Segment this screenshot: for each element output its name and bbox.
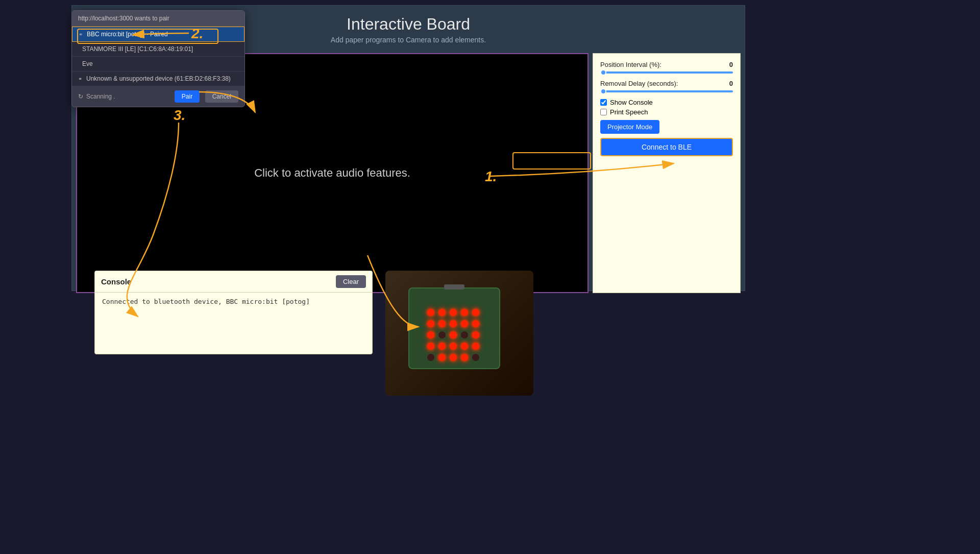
led-4-0 xyxy=(427,354,434,361)
dialog-buttons: Pair Cancel xyxy=(175,90,238,103)
scanning-text: Scanning . xyxy=(86,93,115,100)
led-3-1 xyxy=(438,343,446,350)
removal-delay-row: Removal Delay (seconds): 0 xyxy=(600,80,733,87)
led-1-3 xyxy=(461,320,468,327)
scanning-spinner-icon: ↻ xyxy=(78,93,83,100)
led-2-1 xyxy=(438,331,446,339)
show-console-row: Show Console xyxy=(600,99,733,106)
cancel-button[interactable]: Cancel xyxy=(205,90,238,103)
led-0-2 xyxy=(450,309,457,316)
led-1-1 xyxy=(438,320,446,327)
console-content: Connected to bluetooth device, BBC micro… xyxy=(95,293,372,354)
ble-device-name: Unknown & unsupported device (61:EB:D2:6… xyxy=(86,75,231,82)
led-4-4 xyxy=(472,354,479,361)
led-3-3 xyxy=(461,343,468,350)
led-0-0 xyxy=(427,309,434,316)
removal-delay-value: 0 xyxy=(729,80,733,87)
microbit-image xyxy=(385,271,533,396)
led-1-4 xyxy=(472,320,479,327)
console-panel: Console Clear Connected to bluetooth dev… xyxy=(94,271,373,354)
console-message: Connected to bluetooth device, BBC micro… xyxy=(102,298,365,305)
led-0-1 xyxy=(438,309,446,316)
show-console-label: Show Console xyxy=(610,99,653,106)
camera-prompt-text: Click to activate audio features. xyxy=(254,166,410,180)
ble-device-list: ⚭ BBC micro:bit [potog] - Paired STANMOR… xyxy=(72,27,244,86)
ble-dialog-header: http://localhost:3000 wants to pair xyxy=(72,11,244,27)
projector-mode-button[interactable]: Projector Mode xyxy=(600,120,659,134)
led-0-3 xyxy=(461,309,468,316)
console-title: Console xyxy=(101,277,131,286)
bluetooth-icon: ⚭ xyxy=(78,76,82,82)
led-0-4 xyxy=(472,309,479,316)
position-interval-thumb xyxy=(600,69,606,76)
ble-device-item[interactable]: STANMORE III [LE] [C1:C6:8A:48:19:01] xyxy=(72,42,244,57)
ble-device-item[interactable]: ⚭ Unknown & unsupported device (61:EB:D2… xyxy=(72,71,244,86)
ble-device-item[interactable]: ⚭ BBC micro:bit [potog] - Paired xyxy=(72,27,244,42)
print-speech-label: Print Speech xyxy=(610,108,648,116)
print-speech-row: Print Speech xyxy=(600,108,733,116)
led-4-3 xyxy=(461,354,468,361)
led-3-2 xyxy=(450,343,457,350)
led-2-3 xyxy=(461,331,468,339)
microbit-board xyxy=(408,287,510,379)
ble-device-name: STANMORE III [LE] [C1:C6:8A:48:19:01] xyxy=(82,45,193,53)
led-1-0 xyxy=(427,320,434,327)
ble-dialog-footer: ↻ Scanning . Pair Cancel xyxy=(72,86,244,107)
led-2-0 xyxy=(427,331,434,339)
ble-device-name: BBC micro:bit [potog] - Paired xyxy=(87,31,168,38)
position-interval-label: Position Interval (%): xyxy=(600,61,729,68)
console-header: Console Clear xyxy=(95,271,372,293)
led-display xyxy=(427,309,481,363)
removal-delay-thumb xyxy=(600,88,606,94)
scanning-status: ↻ Scanning . xyxy=(78,93,115,100)
ble-device-name: Eve xyxy=(82,60,93,67)
position-interval-value: 0 xyxy=(729,61,733,68)
removal-delay-slider[interactable] xyxy=(600,90,733,92)
led-2-4 xyxy=(472,331,479,339)
removal-delay-label: Removal Delay (seconds): xyxy=(600,80,729,87)
bluetooth-icon: ⚭ xyxy=(79,32,83,37)
led-4-2 xyxy=(450,354,457,361)
led-3-0 xyxy=(427,343,434,350)
position-interval-slider[interactable] xyxy=(600,71,733,74)
led-2-2 xyxy=(450,331,457,339)
led-4-1 xyxy=(438,354,446,361)
connect-ble-button[interactable]: Connect to BLE xyxy=(600,138,733,156)
pair-button[interactable]: Pair xyxy=(175,90,200,103)
position-interval-row: Position Interval (%): 0 xyxy=(600,61,733,68)
print-speech-checkbox[interactable] xyxy=(600,109,607,115)
settings-panel: Position Interval (%): 0 Removal Delay (… xyxy=(593,53,741,293)
show-console-checkbox[interactable] xyxy=(600,99,607,106)
led-3-4 xyxy=(472,343,479,350)
clear-button[interactable]: Clear xyxy=(336,275,366,288)
led-1-2 xyxy=(450,320,457,327)
ble-device-item[interactable]: Eve xyxy=(72,57,244,71)
ble-pairing-dialog: http://localhost:3000 wants to pair ⚭ BB… xyxy=(71,10,245,107)
